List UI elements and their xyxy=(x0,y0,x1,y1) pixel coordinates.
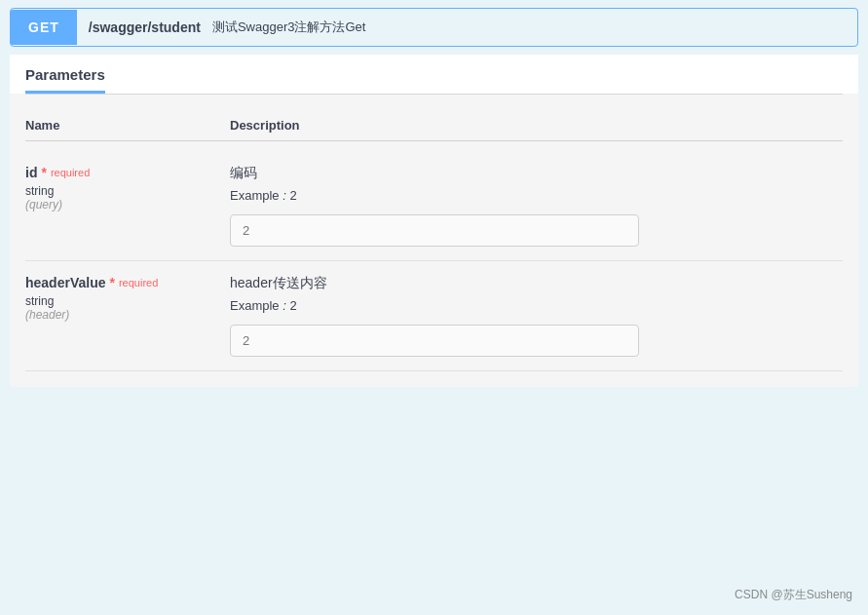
param-example-headervalue: Example : 2 xyxy=(230,298,843,313)
http-method-badge: GET xyxy=(11,10,77,45)
endpoint-bar: GET /swagger/student 测试Swagger3注解方法Get xyxy=(10,8,858,47)
param-location-headervalue: (header) xyxy=(25,308,230,322)
param-desc-col-headervalue: header传送内容 Example : 2 xyxy=(230,275,843,357)
column-headers: Name Description xyxy=(25,110,843,141)
col-name-header: Name xyxy=(25,118,230,133)
param-name-headervalue: headerValue * required xyxy=(25,275,230,290)
endpoint-description: 测试Swagger3注解方法Get xyxy=(212,9,366,46)
param-row-headervalue: headerValue * required string (header) h… xyxy=(25,261,843,371)
param-desc-id: 编码 xyxy=(230,165,843,182)
required-label-id: required xyxy=(51,167,90,178)
endpoint-path: /swagger/student xyxy=(77,10,212,45)
params-table: Name Description id * required string (q… xyxy=(10,95,858,387)
param-name-col-headervalue: headerValue * required string (header) xyxy=(25,275,230,357)
param-example-id: Example : 2 xyxy=(230,188,843,203)
required-star-id: * xyxy=(41,165,46,180)
param-type-id: string xyxy=(25,184,230,198)
section-title-bar: Parameters xyxy=(10,55,858,94)
section-title: Parameters xyxy=(25,66,105,94)
param-type-headervalue: string xyxy=(25,294,230,308)
param-name-id: id * required xyxy=(25,165,230,180)
param-name-col-id: id * required string (query) xyxy=(25,165,230,247)
param-row-id: id * required string (query) 编码 Example … xyxy=(25,151,843,261)
param-location-id: (query) xyxy=(25,198,230,211)
required-star-headervalue: * xyxy=(110,275,115,290)
param-desc-col-id: 编码 Example : 2 xyxy=(230,165,843,247)
param-desc-headervalue: header传送内容 xyxy=(230,275,843,292)
required-label-headervalue: required xyxy=(119,277,158,288)
parameters-section: Parameters Name Description id * require… xyxy=(10,55,858,387)
param-input-id[interactable] xyxy=(230,214,639,247)
watermark: CSDN @苏生Susheng xyxy=(735,587,852,603)
param-input-headervalue[interactable] xyxy=(230,325,639,357)
col-desc-header: Description xyxy=(230,118,843,133)
